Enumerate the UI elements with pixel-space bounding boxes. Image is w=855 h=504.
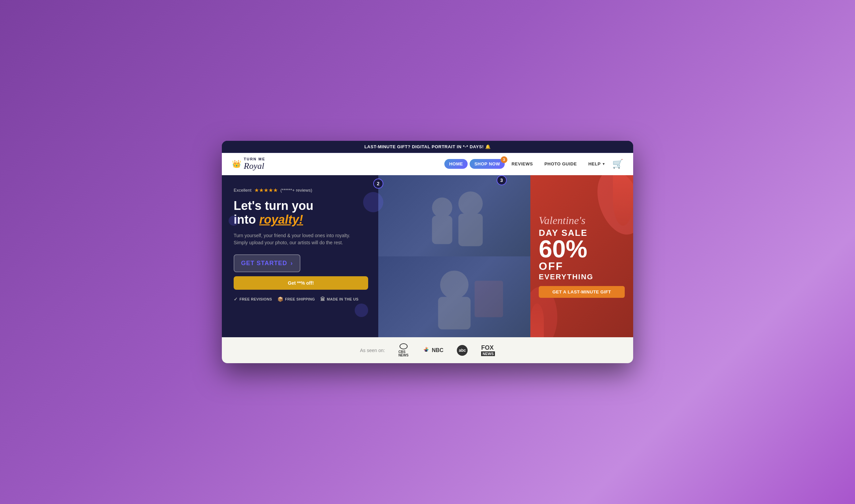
arrow-right-icon: ›: [291, 260, 293, 267]
rating-label: Excellent: [234, 188, 251, 193]
hero-left: Excellent ★★★★★ (******+ reviews) Let's …: [222, 175, 378, 337]
step-3-bubble: 3: [496, 175, 507, 185]
svg-rect-3: [458, 214, 483, 246]
get-started-button[interactable]: GET STARTED ›: [234, 254, 300, 272]
hero-headline: Let's turn you into royalty!: [234, 199, 368, 227]
get-started-label: GET STARTED: [241, 260, 287, 267]
nbc-text: NBC: [432, 347, 444, 354]
headline-part1: Let's turn you: [234, 199, 314, 213]
announcement-text: LAST-MINUTE GIFT? DIGITAL PORTRAIT IN *-…: [364, 144, 491, 149]
ribbon-decoration-top: [613, 175, 633, 226]
announcement-bar: LAST-MINUTE GIFT? DIGITAL PORTRAIT IN *-…: [222, 141, 633, 153]
nav-home[interactable]: HOME: [444, 159, 468, 169]
subtext-line2: Simply upload your photo, our artists wi…: [234, 240, 343, 245]
logo[interactable]: 👑 TURN ME Royal: [232, 157, 265, 171]
cbs-eye-icon: [400, 343, 407, 349]
svg-point-0: [432, 197, 452, 218]
headline-highlight: royalty!: [259, 213, 303, 227]
nav-help-label: HELP: [588, 161, 601, 166]
logo-royal-text: Royal: [244, 161, 264, 171]
nav-shop[interactable]: SHOP NOW 3: [470, 159, 505, 169]
crown-icon: 👑: [232, 160, 241, 168]
fox-text: FOX: [481, 345, 493, 352]
valentine-off: OFF: [539, 260, 563, 273]
shipping-icon: 📦: [278, 296, 283, 302]
discount-label: Get **% off!: [288, 280, 314, 286]
cart-button[interactable]: 🛒: [612, 159, 623, 169]
abc-text: abc: [459, 348, 466, 353]
valentine-title: Valentine's: [539, 215, 585, 227]
star-icons: ★★★★★: [254, 187, 278, 193]
fox-news-logo: FOX NEWS: [481, 345, 495, 356]
hero-subtext: Turn yourself, your friend & your loved …: [234, 232, 368, 246]
decorative-dot-3: [355, 304, 368, 317]
svg-point-4: [440, 271, 468, 299]
browser-window: LAST-MINUTE GIFT? DIGITAL PORTRAIT IN *-…: [222, 141, 633, 363]
feature-shipping: 📦 FREE SHIPPING: [278, 296, 315, 302]
revisions-label: FREE REVISIONS: [239, 297, 272, 301]
valentine-percent: 60%: [539, 238, 587, 260]
valentine-cta-button[interactable]: GET A LAST-MINUTE GIFT: [539, 286, 625, 298]
valentine-everything: EVERYTHING: [539, 273, 593, 281]
svg-rect-5: [438, 297, 470, 329]
rating-count: (******+ reviews): [280, 188, 312, 193]
valentine-panel: Valentine's DAY SALE 60% OFF EVERYTHING …: [530, 175, 633, 337]
logo-top-text: TURN ME: [244, 157, 265, 161]
hero-images: [378, 175, 530, 337]
step-2-bubble: 2: [373, 179, 383, 189]
photo-top-placeholder: [378, 175, 530, 256]
ribbon-decoration-bottom: [530, 304, 544, 337]
svg-rect-6: [474, 281, 503, 317]
cbs-news-text: CBSNEWS: [399, 350, 408, 357]
nbc-logo: NBC: [422, 346, 444, 355]
navbar: 👑 TURN ME Royal HOME SHOP NOW 3 REVIEWS …: [222, 153, 633, 175]
nav-photo-guide[interactable]: PHOTO GUIDE: [540, 159, 581, 169]
nav-shop-label: SHOP NOW: [474, 161, 500, 166]
nav-reviews[interactable]: REVIEWS: [507, 159, 537, 169]
nav-menu: HOME SHOP NOW 3 REVIEWS PHOTO GUIDE HELP…: [444, 159, 623, 169]
nbc-peacock-icon: [422, 346, 430, 355]
decorative-dot-1: [363, 192, 383, 212]
abc-logo: abc: [457, 345, 468, 356]
as-seen-label: As seen on:: [360, 348, 385, 353]
svg-point-2: [458, 191, 483, 216]
feature-row: ✓ FREE REVISIONS 📦 FREE SHIPPING 🏛 MADE …: [234, 296, 368, 302]
photo-bottom-placeholder: [378, 256, 530, 338]
revisions-icon: ✓: [234, 296, 238, 302]
us-icon: 🏛: [320, 296, 325, 302]
hero-section: 2 3 Excellent ★★★★★ (******+ reviews) Le…: [222, 175, 633, 337]
chevron-down-icon: ▼: [602, 162, 606, 166]
shipping-label: FREE SHIPPING: [285, 297, 315, 301]
feature-revisions: ✓ FREE REVISIONS: [234, 296, 272, 302]
made-in-us-label: MADE IN THE US: [327, 297, 359, 301]
hero-image-top: [378, 175, 530, 256]
discount-button[interactable]: Get **% off!: [234, 276, 368, 290]
hero-image-bottom: [378, 256, 530, 338]
subtext-line1: Turn yourself, your friend & your loved …: [234, 233, 350, 238]
decorative-dot-2: [229, 216, 239, 226]
cbs-news-logo: CBSNEWS: [399, 343, 408, 357]
fox-news-text: NEWS: [481, 352, 495, 356]
cart-badge: 3: [501, 156, 507, 163]
as-seen-on-bar: As seen on: CBSNEWS NBC abc: [222, 337, 633, 363]
rating-row: Excellent ★★★★★ (******+ reviews): [234, 187, 368, 193]
nav-help[interactable]: HELP ▼: [583, 159, 610, 169]
feature-made-in-us: 🏛 MADE IN THE US: [320, 296, 359, 302]
svg-rect-1: [432, 216, 452, 244]
